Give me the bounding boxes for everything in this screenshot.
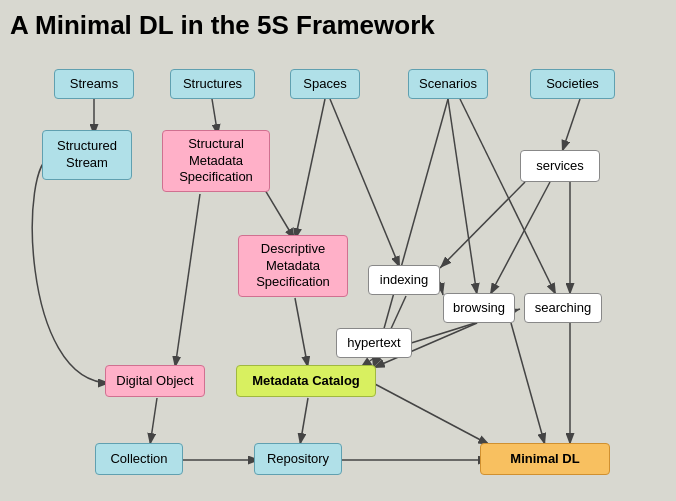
node-browsing: browsing: [443, 293, 515, 323]
node-services: services: [520, 150, 600, 182]
svg-line-12: [490, 182, 550, 295]
node-searching: searching: [524, 293, 602, 323]
node-streams: Streams: [54, 69, 134, 99]
node-minimal-dl: Minimal DL: [480, 443, 610, 475]
node-indexing: indexing: [368, 265, 440, 295]
svg-line-11: [440, 182, 525, 268]
node-structural-metadata: Structural Metadata Specification: [162, 130, 270, 192]
svg-line-23: [300, 398, 308, 445]
svg-line-18: [511, 323, 545, 445]
svg-line-10: [295, 298, 308, 368]
node-scenarios: Scenarios: [408, 69, 488, 99]
diagram: A Minimal DL in the 5S Framework Streams…: [0, 0, 676, 501]
node-descriptive-metadata: Descriptive Metadata Specification: [238, 235, 348, 297]
svg-line-7: [562, 99, 580, 152]
node-societies: Societies: [530, 69, 615, 99]
node-hypertext: hypertext: [336, 328, 412, 358]
node-digital-object: Digital Object: [105, 365, 205, 397]
node-structured-stream: Structured Stream: [42, 130, 132, 180]
svg-line-8: [175, 194, 200, 368]
node-repository: Repository: [254, 443, 342, 475]
svg-line-25: [440, 282, 443, 295]
node-metadata-catalog: Metadata Catalog: [236, 365, 376, 397]
page-title: A Minimal DL in the 5S Framework: [10, 10, 435, 41]
svg-line-5: [448, 99, 477, 295]
node-collection: Collection: [95, 443, 183, 475]
node-spaces: Spaces: [290, 69, 360, 99]
svg-line-3: [295, 99, 325, 240]
svg-line-6: [460, 99, 556, 295]
node-structures: Structures: [170, 69, 255, 99]
svg-line-19: [150, 398, 157, 445]
svg-line-22: [373, 383, 490, 445]
